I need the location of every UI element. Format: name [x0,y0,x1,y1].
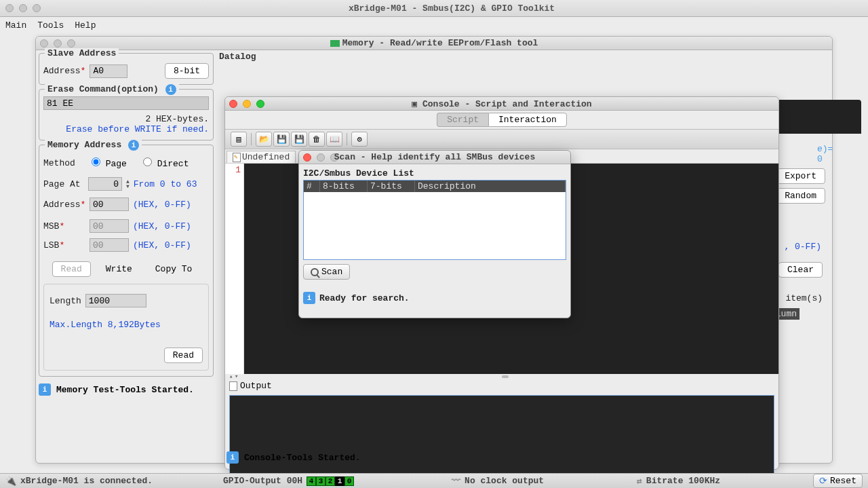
hex-hint: (HEX, 0-FF) [133,240,191,250]
datalog-section: Datalog [219,52,828,63]
console-titlebar[interactable]: ▣ Console - Script and Interaction [225,97,778,111]
menu-tools[interactable]: Tools [37,20,64,31]
minimize-icon[interactable] [19,4,27,12]
col-description[interactable]: Description [415,181,566,192]
scan-content: I2C/Smbus Device List # 8-bits 7-bits De… [299,164,570,308]
erase-value-input[interactable] [43,96,209,110]
document-icon [229,381,237,391]
tab-script[interactable]: Script [437,113,488,127]
app-title: xBridge-M01 - Smbus(I2C) & GPIO Toolkit [41,3,863,14]
splitter[interactable] [225,374,778,379]
close-icon[interactable] [5,4,14,12]
memory-title: Memory - Read/write EEProm/Flash tool [36,38,832,48]
method-direct-radio[interactable] [143,157,152,166]
zoom-icon[interactable] [256,100,264,108]
method-page-radio[interactable] [92,157,100,166]
lsb-label: LSB* [43,240,85,250]
reset-button[interactable]: ⟳ Reset [813,474,863,488]
group-memory-address: Memory Address i Method Page Direct Page… [39,145,214,377]
stepper-icon[interactable]: ▲▼ [126,179,130,189]
page-at-label: Page At [43,179,84,189]
sb-clock: 〰 No clock output [452,476,544,486]
scan-title: Scan - Help identify all SMBus devices [299,152,570,162]
group-erase: Erase Command(option) i 2 HEX-bytes. Era… [39,89,214,140]
msb-input [90,219,129,233]
scan-dialog: Scan - Help identify all SMBus devices I… [298,150,571,318]
minimize-icon[interactable] [54,39,62,48]
group-title: Erase Command(option) i [45,84,179,95]
zoom-icon[interactable] [67,39,75,48]
tb-saveas-icon[interactable]: 💾 [291,132,307,147]
console-title: ▣ Console - Script and Interaction [225,98,778,109]
erase-warning: Erase before WRITE if need. [43,124,209,134]
col-8bits[interactable]: 8-bits [320,181,368,192]
bits-button[interactable]: 8-bit [165,63,209,79]
group-slave-address: Slave Address Address* 8-bit [39,53,214,85]
close-icon[interactable] [229,100,237,108]
tb-open-icon[interactable]: 📂 [256,132,272,147]
menu-main[interactable]: Main [5,20,26,31]
info-icon: i [303,292,315,304]
write-button[interactable]: Write [98,262,140,276]
memory-status-row: i Memory Test-Tools Started. [39,381,214,398]
info-icon[interactable]: i [128,140,139,151]
info-icon: i [226,451,239,464]
slave-address-input[interactable] [90,64,127,78]
scan-button[interactable]: Scan [303,264,350,280]
line-gutter: 1 [225,164,244,374]
console-status-row: i Console-Tools Started. [226,449,361,466]
close-icon[interactable] [40,39,48,48]
col-index[interactable]: # [304,181,320,192]
tb-save-icon[interactable]: 💾 [273,132,290,147]
scan-status-text: Ready for search. [319,293,410,303]
swap-icon: ⇄ [637,476,642,487]
length-label: Length [50,296,81,306]
lsb-input [90,238,129,252]
right-buttons: Export Random [776,168,825,204]
traffic-lights [5,4,41,12]
sb-gpio: GPIO-Output 00H 4 3 2 1 0 [223,476,354,486]
minimize-icon[interactable] [243,100,251,108]
search-icon [311,268,319,276]
info-icon: i [39,383,51,396]
zoom-icon[interactable] [33,4,41,12]
memory-titlebar[interactable]: Memory - Read/write EEProm/Flash tool [36,37,832,50]
info-icon[interactable]: i [165,84,176,95]
menu-help[interactable]: Help [75,20,96,31]
scan-titlebar[interactable]: Scan - Help identify all SMBus devices [299,151,570,164]
col-7bits[interactable]: 7-bits [368,181,415,192]
memory-left-panel: Slave Address Address* 8-bit Erase Comma… [39,53,214,398]
tb-delete-icon[interactable]: 🗑 [309,132,325,147]
direct-label: Direct [157,159,189,169]
statusbar: 🔌 xBridge-M01 is connected. GPIO-Output … [0,473,868,488]
read-length-button[interactable]: Read [164,348,203,363]
script-tab-undefined[interactable]: Undefined [226,151,296,163]
close-icon[interactable] [303,153,311,162]
tab-interaction[interactable]: Interaction [488,113,567,127]
bit-1: 1 [335,476,344,486]
random-button[interactable]: Random [776,188,825,204]
gpio-bitmap: 4 3 2 1 0 [307,476,354,486]
menu-bar: Main Tools Help [0,17,868,33]
hex-bytes-label: 2 HEX-bytes. [43,114,209,124]
tb-book-icon[interactable]: 📖 [326,132,342,147]
length-input[interactable] [85,294,146,307]
msb-label: MSB* [43,221,85,231]
refresh-icon: ⟳ [819,475,827,487]
export-button[interactable]: Export [776,168,825,184]
clear-button[interactable]: Clear [778,262,823,278]
items-label: item(s) [785,293,823,303]
scan-table-body [304,192,566,257]
output-title: Output [225,379,778,392]
read-button[interactable]: Read [52,261,91,277]
console-status-text: Console-Tools Started. [244,453,361,463]
max-length-hint: Max.Length 8,192Bytes [50,320,203,330]
tb-config-icon[interactable]: ⚙ [351,132,368,147]
addr-input[interactable] [90,198,129,211]
page-at-input[interactable] [88,177,122,191]
copy-to-button[interactable]: Copy To [147,262,201,276]
page-range-hint: From 0 to 63 [134,179,197,189]
partial-text: e)= 0 [817,144,833,164]
tb-new-icon[interactable]: ▤ [231,132,247,147]
group-title: Memory Address i [45,140,142,151]
